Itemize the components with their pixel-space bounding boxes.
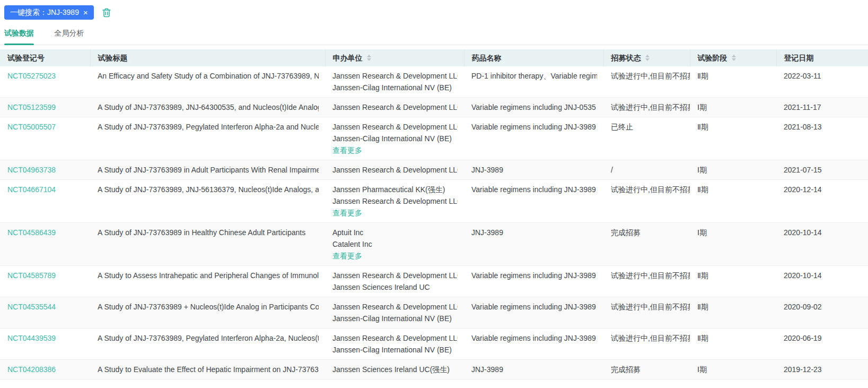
cell-registration-id: NCT04535544 [0, 297, 90, 329]
nct-link[interactable]: NCT05005507 [7, 123, 56, 131]
nct-link[interactable]: NCT04963738 [7, 166, 56, 174]
view-more-link[interactable]: 查看更多 [332, 146, 362, 154]
nct-link[interactable]: NCT04208386 [7, 365, 56, 374]
drug-name-text: PD-1 inhibitor therapy、Variable regimen.… [471, 70, 597, 82]
trial-title-text: A Study of JNJ-73763989 in Adult Partici… [98, 164, 319, 176]
table-row: NCT05005507A Study of JNJ-73763989, Pegy… [0, 117, 868, 160]
tab-bar: 试验数据 全局分析 [0, 28, 868, 45]
cell-register-date: 2021-08-13 [776, 117, 868, 160]
nct-link[interactable]: NCT05275023 [7, 72, 56, 80]
cell-trial-phase: Ⅱ期 [690, 297, 776, 329]
column-header-7: 登记日期 [776, 49, 868, 66]
trial-phase-text: Ⅰ期 [697, 166, 707, 174]
sort-caret-icon[interactable] [367, 55, 371, 61]
register-date-text: 2022-03-11 [784, 72, 821, 80]
sponsor-name: Janssen-Cilag International NV (BE) [332, 82, 458, 93]
table-row: NCT04585789A Study to Assess Intrahepati… [0, 266, 868, 297]
trash-icon[interactable] [101, 7, 112, 18]
drug-name-text: Variable regimens including JNJ-0535 , J… [471, 101, 597, 113]
register-date-text: 2021-07-15 [784, 166, 822, 174]
column-header-5[interactable]: 招募状态 [603, 49, 690, 66]
nct-link[interactable]: NCT04586439 [7, 228, 56, 237]
column-header-3[interactable]: 申办单位 [325, 49, 464, 66]
cell-sponsor: Janssen Pharmaceutical KK(强生)Janssen Res… [325, 180, 464, 223]
tab-trial-data[interactable]: 试验数据 [4, 29, 34, 45]
register-date-text: 2019-12-23 [784, 365, 822, 374]
cell-recruit-status: 完成招募 [603, 223, 690, 266]
cell-register-date: 2020-10-14 [776, 223, 868, 266]
table-row: NCT04963738A Study of JNJ-73763989 in Ad… [0, 160, 868, 180]
sort-caret-icon[interactable] [732, 55, 736, 61]
cell-drug-name: Variable regimens including JNJ-3989 , e… [464, 297, 603, 329]
drug-name-text: JNJ-3989 [471, 227, 597, 238]
cell-trial-phase: Ⅱ期 [690, 266, 776, 297]
cell-recruit-status: 试验进行中,但目前不招募 [603, 180, 690, 223]
table-row: NCT04586439A Study of JNJ-73763989 in He… [0, 223, 868, 266]
cell-drug-name: Variable regimens including JNJ-3989 , b… [464, 329, 603, 360]
register-date-text: 2021-11-17 [784, 103, 821, 111]
sponsor-name: Janssen Research & Development LLC(强生) [332, 164, 458, 176]
cell-trial-title: An Efficacy and Safety Study of a Combin… [90, 66, 325, 98]
register-date-text: 2021-08-13 [784, 123, 822, 131]
view-more-link[interactable]: 查看更多 [332, 209, 362, 217]
cell-trial-title: A Study to Evaluate the Effect of Hepati… [90, 360, 325, 380]
sponsor-name: Aptuit Inc [332, 227, 458, 238]
cell-trial-title: A Study of JNJ-73763989 + Nucleos(t)Ide … [90, 297, 325, 329]
cell-registration-id: NCT04439539 [0, 329, 90, 360]
recruit-status-text: 试验进行中,但目前不招募 [611, 103, 690, 111]
cell-trial-title: A Study of JNJ-73763989, JNJ-64300535, a… [90, 98, 325, 117]
tag-close-icon[interactable]: × [83, 8, 88, 16]
cell-recruit-status: 试验进行中,但目前不招募 [603, 266, 690, 297]
cell-register-date: 2020-09-02 [776, 297, 868, 329]
cell-trial-phase: Ⅰ期 [690, 223, 776, 266]
cell-trial-phase: Ⅰ期 [690, 160, 776, 180]
column-header-6[interactable]: 试验阶段 [690, 49, 776, 66]
trial-phase-text: Ⅱ期 [697, 271, 708, 280]
recruit-status-text: 试验进行中,但目前不招募 [611, 72, 690, 80]
cell-drug-name: Variable regimens including JNJ-3989 , e… [464, 117, 603, 160]
cell-sponsor: Janssen Research & Development LLC(强生) [325, 160, 464, 180]
cell-trial-title: A Study of JNJ-73763989, Pegylated Inter… [90, 117, 325, 160]
column-label: 登记日期 [784, 52, 814, 64]
cell-trial-phase: Ⅱ期 [690, 180, 776, 223]
register-date-text: 2020-12-14 [784, 185, 822, 194]
cell-registration-id: NCT05005507 [0, 117, 90, 160]
cell-trial-title: A Study of JNJ-73763989, JNJ-56136379, N… [90, 180, 325, 223]
trial-title-text: A Study of JNJ-73763989, Pegylated Inter… [98, 121, 319, 133]
column-label: 申办单位 [333, 52, 363, 64]
recruit-status-text: 试验进行中,但目前不招募 [611, 271, 690, 280]
cell-drug-name: JNJ-3989 [464, 360, 603, 380]
recruit-status-text: / [611, 166, 613, 174]
trial-phase-text: Ⅱ期 [697, 185, 708, 194]
cell-recruit-status: 试验进行中,但目前不招募 [603, 329, 690, 360]
drug-name-text: JNJ-3989 [471, 164, 597, 176]
cell-recruit-status: 试验进行中,但目前不招募 [603, 66, 690, 98]
search-tag-label: 一键搜索：JNJ-3989 [10, 8, 79, 18]
cell-register-date: 2020-10-14 [776, 266, 868, 297]
search-tag[interactable]: 一键搜索：JNJ-3989 × [4, 5, 94, 20]
sponsor-name: Janssen Research & Development LLC(强生) [332, 101, 458, 113]
cell-trial-phase: Ⅱ期 [690, 329, 776, 360]
nct-link[interactable]: NCT04585789 [7, 271, 56, 280]
cell-recruit-status: 完成招募 [603, 360, 690, 380]
sponsor-name: Janssen-Cilag International NV (BE) [332, 344, 458, 356]
cell-registration-id: NCT04667104 [0, 180, 90, 223]
cell-register-date: 2022-03-11 [776, 66, 868, 98]
trial-title-text: A Study to Assess Intrahepatic and Perip… [98, 270, 319, 281]
column-header-1: 试验登记号 [0, 49, 90, 66]
trials-table: 试验登记号试验标题申办单位药品名称招募状态试验阶段登记日期 NCT0527502… [0, 49, 868, 380]
sort-caret-icon[interactable] [645, 55, 650, 61]
nct-link[interactable]: NCT04439539 [7, 334, 56, 342]
cell-recruit-status: 试验进行中,但目前不招募 [603, 98, 690, 117]
table-header: 试验登记号试验标题申办单位药品名称招募状态试验阶段登记日期 [0, 49, 868, 66]
sponsor-name: Catalent Inc [332, 238, 458, 250]
nct-link[interactable]: NCT05123599 [7, 103, 56, 111]
nct-link[interactable]: NCT04667104 [7, 185, 56, 194]
view-more-link[interactable]: 查看更多 [332, 252, 362, 260]
recruit-status-text: 完成招募 [611, 365, 641, 374]
nct-link[interactable]: NCT04535544 [7, 303, 56, 311]
drug-name-text: Variable regimens including JNJ-3989 , b… [471, 184, 597, 195]
tab-global-analysis[interactable]: 全局分析 [54, 29, 84, 45]
cell-registration-id: NCT04208386 [0, 360, 90, 380]
cell-trial-phase: Ⅱ期 [690, 117, 776, 160]
